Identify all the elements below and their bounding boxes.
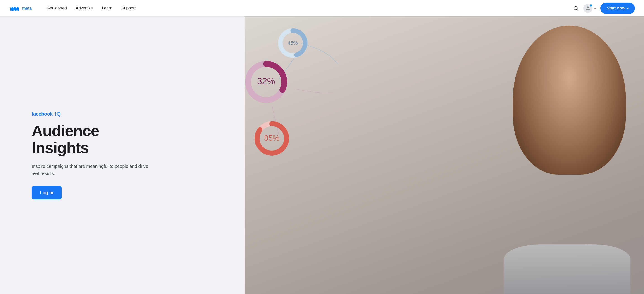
svg-text:45%: 45% [288,40,298,46]
nav-right: ▾ Start now ▾ [573,3,635,14]
nav-support[interactable]: Support [121,6,136,11]
iq-brand-text: IQ [55,111,61,117]
facebook-iq-logo: facebook IQ [32,111,154,117]
charts-overlay: 45% 32% 85% [244,23,356,172]
start-now-chevron-icon: ▾ [627,6,628,10]
svg-text:32%: 32% [257,76,275,86]
nav-advertise[interactable]: Advertise [76,6,93,11]
navigation: meta Get started Advertise Learn Support… [0,0,644,16]
avatar-notification-badge [589,4,592,7]
chart-45: 45% [276,27,309,60]
login-button[interactable]: Log in [32,186,62,199]
chevron-down-icon: ▾ [594,6,596,10]
hero-section: facebook IQ Audience Insights Inspire ca… [0,16,644,294]
svg-text:meta: meta [22,6,32,11]
search-button[interactable] [573,5,579,11]
hero-title: Audience Insights [32,122,154,156]
facebook-brand-text: facebook [32,111,53,117]
hero-image-area: 45% 32% 85% [244,16,644,294]
chart-85: 85% [252,118,292,160]
nav-links: Get started Advertise Learn Support [46,6,573,11]
avatar [583,4,592,13]
hero-content: facebook IQ Audience Insights Inspire ca… [0,98,154,213]
svg-point-1 [574,6,577,10]
nav-get-started[interactable]: Get started [46,6,67,11]
svg-line-2 [577,9,578,11]
nav-learn[interactable]: Learn [102,6,112,11]
meta-logo[interactable]: meta [9,5,36,11]
chart-32: 32% [244,58,290,107]
svg-text:85%: 85% [264,134,280,142]
user-avatar-dropdown[interactable]: ▾ [583,4,596,13]
hero-description: Inspire campaigns that are meaningful to… [32,162,149,177]
start-now-button[interactable]: Start now ▾ [600,3,635,14]
